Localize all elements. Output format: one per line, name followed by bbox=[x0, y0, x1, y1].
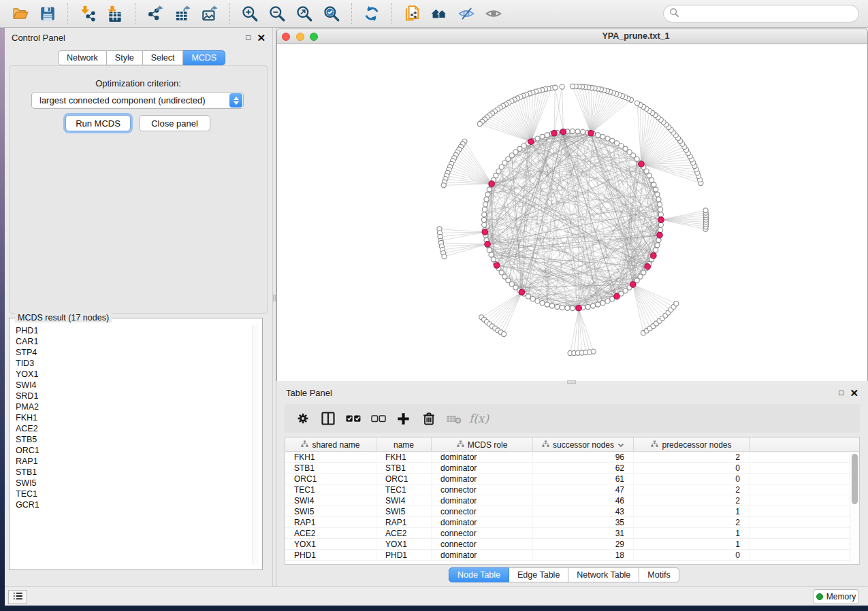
cell-predecessors[interactable]: 1 bbox=[634, 539, 750, 549]
network-node[interactable] bbox=[575, 129, 580, 134]
cell-successors[interactable]: 61 bbox=[533, 474, 634, 484]
network-hub-node[interactable] bbox=[630, 282, 636, 287]
table-row[interactable]: FKH1FKH1dominator962 bbox=[285, 452, 859, 463]
network-hub-node[interactable] bbox=[614, 293, 620, 299]
network-node[interactable] bbox=[442, 254, 447, 259]
function-icon[interactable]: f(x) bbox=[466, 406, 492, 431]
cell-successors[interactable]: 46 bbox=[533, 495, 634, 506]
network-node[interactable] bbox=[634, 101, 639, 105]
close-panel-button[interactable]: Close panel bbox=[139, 115, 210, 131]
network-node[interactable] bbox=[590, 303, 595, 308]
cell-mcds_role[interactable]: dominator bbox=[432, 463, 533, 473]
close-window-traffic-light[interactable] bbox=[282, 33, 290, 41]
cell-predecessors[interactable]: 2 bbox=[634, 484, 750, 495]
mcds-result-item[interactable]: SWI5 bbox=[10, 478, 249, 489]
network-node[interactable] bbox=[540, 134, 545, 139]
tab-style[interactable]: Style bbox=[107, 50, 143, 65]
cell-shared_name[interactable]: FKH1 bbox=[285, 452, 376, 462]
cell-name[interactable]: STB1 bbox=[376, 463, 432, 473]
cell-shared_name[interactable]: YOX1 bbox=[285, 539, 376, 549]
mcds-result-item[interactable]: PMA2 bbox=[10, 401, 249, 412]
cell-name[interactable]: ORC1 bbox=[376, 474, 432, 484]
network-node[interactable] bbox=[674, 301, 679, 306]
mcds-result-item[interactable]: CAR1 bbox=[10, 336, 249, 347]
save-icon[interactable] bbox=[35, 2, 60, 25]
cell-mcds_role[interactable]: dominator bbox=[432, 474, 533, 484]
table-row[interactable]: TEC1TEC1connector472 bbox=[285, 484, 859, 495]
tab-edge-table[interactable]: Edge Table bbox=[509, 567, 568, 582]
network-node[interactable] bbox=[545, 302, 549, 307]
network-node[interactable] bbox=[596, 302, 600, 307]
network-node[interactable] bbox=[482, 207, 487, 212]
cell-shared_name[interactable]: ACE2 bbox=[285, 528, 376, 538]
mcds-result-item[interactable]: PHD1 bbox=[10, 325, 249, 336]
network-node[interactable] bbox=[560, 84, 564, 89]
cell-shared_name[interactable]: STB1 bbox=[285, 463, 376, 473]
network-node[interactable] bbox=[491, 257, 496, 262]
network-node[interactable] bbox=[494, 173, 498, 178]
zoom-fit-icon[interactable] bbox=[292, 2, 317, 25]
mcds-result-item[interactable]: STB5 bbox=[10, 434, 249, 445]
cell-predecessors[interactable]: 0 bbox=[634, 474, 750, 484]
cell-name[interactable]: SWI5 bbox=[376, 506, 432, 516]
network-node[interactable] bbox=[485, 192, 490, 197]
share-document-icon[interactable] bbox=[400, 2, 424, 25]
cell-successors[interactable]: 35 bbox=[533, 517, 634, 527]
cell-name[interactable]: YOX1 bbox=[376, 539, 432, 549]
network-node[interactable] bbox=[482, 212, 487, 217]
network-node[interactable] bbox=[555, 304, 560, 309]
cell-shared_name[interactable]: SWI5 bbox=[285, 506, 376, 516]
cell-predecessors[interactable]: 1 bbox=[634, 506, 750, 516]
mcds-result-item[interactable]: ACE2 bbox=[10, 423, 249, 434]
column-header-shared-name[interactable]: shared name bbox=[285, 437, 376, 452]
export-network-icon[interactable] bbox=[143, 2, 167, 25]
network-node[interactable] bbox=[656, 197, 661, 201]
eye-icon[interactable] bbox=[481, 2, 506, 25]
network-node[interactable] bbox=[530, 297, 535, 301]
select-all-checkboxes-icon[interactable] bbox=[340, 406, 366, 431]
network-hub-node[interactable] bbox=[658, 217, 664, 222]
delete-table-icon[interactable] bbox=[441, 406, 466, 431]
table-row[interactable]: RAP1RAP1dominator352 bbox=[285, 517, 859, 528]
network-window-titlebar[interactable]: YPA_prune.txt_1 bbox=[277, 29, 867, 44]
import-network-icon[interactable] bbox=[76, 2, 100, 25]
cell-shared_name[interactable]: TEC1 bbox=[285, 484, 376, 495]
mcds-list-scrollbar[interactable] bbox=[252, 325, 258, 565]
network-node[interactable] bbox=[570, 129, 575, 133]
cell-predecessors[interactable]: 1 bbox=[634, 528, 750, 538]
open-folder-icon[interactable] bbox=[8, 2, 33, 25]
cell-mcds_role[interactable]: connector bbox=[432, 506, 533, 516]
network-node[interactable] bbox=[596, 133, 600, 137]
search-input[interactable] bbox=[682, 7, 858, 20]
network-node[interactable] bbox=[649, 178, 654, 182]
run-mcds-button[interactable]: Run MCDS bbox=[65, 115, 131, 131]
network-hub-node[interactable] bbox=[588, 131, 594, 136]
mcds-result-item[interactable]: SWI4 bbox=[10, 380, 249, 391]
network-node[interactable] bbox=[658, 222, 663, 227]
mcds-result-item[interactable]: TEC1 bbox=[10, 489, 249, 499]
trash-icon[interactable] bbox=[416, 406, 441, 431]
mcds-result-item[interactable]: GCR1 bbox=[10, 499, 249, 510]
mcds-result-item[interactable]: TID3 bbox=[10, 358, 249, 369]
network-node[interactable] bbox=[553, 85, 558, 90]
split-columns-icon[interactable] bbox=[315, 406, 340, 431]
close-panel-icon[interactable]: ✕ bbox=[850, 388, 858, 398]
network-node[interactable] bbox=[656, 237, 661, 242]
network-node[interactable] bbox=[535, 299, 540, 303]
memory-button[interactable]: Memory bbox=[813, 589, 859, 604]
cell-successors[interactable]: 47 bbox=[533, 484, 634, 495]
network-node[interactable] bbox=[647, 173, 652, 178]
mcds-result-item[interactable]: ORC1 bbox=[10, 445, 249, 456]
mcds-result-item[interactable]: FKH1 bbox=[10, 412, 249, 423]
table-row[interactable]: SWI5SWI5connector431 bbox=[285, 506, 859, 517]
network-node[interactable] bbox=[502, 331, 507, 336]
network-node[interactable] bbox=[591, 349, 596, 354]
export-image-icon[interactable] bbox=[197, 2, 222, 25]
cell-name[interactable]: SWI4 bbox=[376, 495, 432, 506]
tab-network-table[interactable]: Network Table bbox=[568, 567, 639, 582]
maximize-window-traffic-light[interactable] bbox=[310, 33, 318, 41]
network-hub-node[interactable] bbox=[494, 263, 499, 268]
network-hub-node[interactable] bbox=[560, 129, 566, 135]
network-hub-node[interactable] bbox=[639, 161, 644, 167]
cell-predecessors[interactable]: 2 bbox=[634, 452, 750, 462]
